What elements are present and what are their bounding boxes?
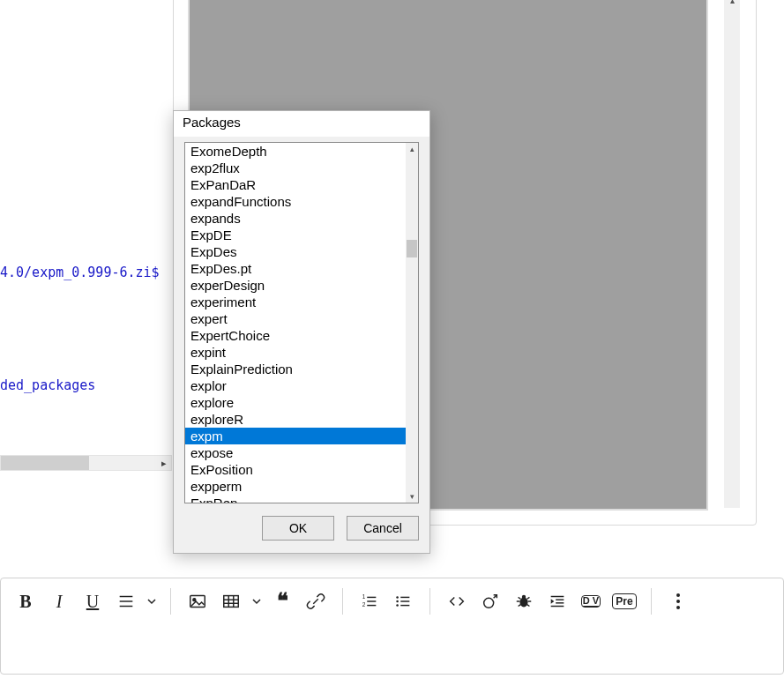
debug-button[interactable]: [508, 585, 540, 617]
cancel-button[interactable]: Cancel: [347, 516, 419, 541]
package-item[interactable]: ExPanDaR: [185, 176, 406, 193]
toolbar-separator: [342, 588, 343, 615]
package-item[interactable]: ExpertChoice: [185, 327, 406, 344]
chevron-down-icon: [146, 596, 157, 607]
italic-button[interactable]: I: [43, 585, 75, 617]
bug-icon: [514, 592, 534, 611]
svg-line-26: [519, 597, 521, 599]
svg-text:1: 1: [362, 593, 366, 600]
console-horizontal-scrollbar[interactable]: ▸: [0, 455, 172, 471]
chevron-down-icon: [251, 596, 262, 607]
editor-area: B I U ❝: [0, 578, 784, 675]
export-code-button[interactable]: [474, 585, 506, 617]
unordered-list-icon: [393, 592, 413, 611]
quote-icon: ❝: [277, 589, 288, 614]
kebab-icon: [676, 593, 680, 609]
svg-point-23: [522, 595, 526, 599]
ordered-list-icon: 12: [360, 592, 379, 611]
editor-toolbar: B I U ❝: [1, 578, 783, 624]
package-item[interactable]: expint: [185, 344, 406, 361]
table-icon: [221, 592, 241, 611]
package-item[interactable]: ExpDes.pt: [185, 260, 406, 277]
console-line: ded_packages: [0, 377, 172, 393]
package-item[interactable]: expert: [185, 310, 406, 327]
package-item[interactable]: experiment: [185, 294, 406, 310]
toolbar-separator: [651, 588, 652, 615]
align-icon: [116, 592, 136, 611]
toolbar-separator: [429, 588, 430, 615]
svg-line-27: [527, 597, 530, 599]
pre-icon: Pre: [612, 593, 636, 609]
package-item[interactable]: expands: [185, 210, 406, 227]
dialog-button-row: OK Cancel: [174, 503, 429, 553]
bold-icon: B: [19, 592, 31, 612]
blockquote-button[interactable]: ❝: [266, 585, 298, 617]
package-item[interactable]: explore: [185, 394, 406, 411]
dv-icon: D V: [581, 595, 601, 608]
export-code-icon: [481, 592, 500, 611]
packages-dialog: Packages ExomeDepthexp2fluxExPanDaRexpan…: [173, 110, 430, 554]
dialog-title: Packages: [174, 111, 429, 137]
package-item[interactable]: ExpDE: [185, 227, 406, 243]
table-menu-chevron[interactable]: [249, 596, 265, 607]
svg-point-4: [193, 599, 196, 601]
indent-button[interactable]: [541, 585, 573, 617]
svg-line-29: [527, 605, 530, 607]
package-item[interactable]: ExPosition: [185, 461, 406, 478]
console-line: 4.0/expm_0.999-6.zi$: [0, 265, 172, 280]
package-item[interactable]: expandFunctions: [185, 193, 406, 210]
scroll-up-icon: ▴: [724, 0, 740, 8]
unordered-list-button[interactable]: [387, 585, 419, 617]
package-item[interactable]: ExplainPrediction: [185, 361, 406, 377]
package-item[interactable]: ExpRep: [185, 495, 406, 503]
italic-icon: I: [56, 592, 63, 612]
underline-button[interactable]: U: [77, 585, 108, 617]
svg-line-28: [519, 605, 521, 607]
svg-point-17: [396, 604, 399, 607]
svg-point-21: [484, 598, 494, 608]
listbox-scrollbar[interactable]: ▴ ▾: [406, 143, 418, 503]
indent-icon: [548, 592, 567, 611]
table-button[interactable]: [215, 585, 247, 617]
underline-icon: U: [86, 592, 99, 612]
svg-rect-5: [224, 596, 239, 608]
scrollbar-thumb[interactable]: [1, 456, 89, 470]
package-item[interactable]: exp2flux: [185, 160, 406, 176]
package-item[interactable]: expm: [185, 428, 406, 444]
preformatted-button[interactable]: Pre: [609, 585, 640, 617]
link-icon: [306, 592, 325, 611]
ordered-list-button[interactable]: 12: [354, 585, 385, 617]
link-button[interactable]: [300, 585, 332, 617]
console-fragment: 4.0/expm_0.999-6.zi$ ded_packages: [0, 265, 172, 393]
scroll-right-icon: ▸: [157, 458, 171, 469]
packages-listbox[interactable]: ExomeDepthexp2fluxExPanDaRexpandFunction…: [185, 143, 406, 503]
package-item[interactable]: ExomeDepth: [185, 143, 406, 160]
code-icon: [447, 592, 467, 611]
align-button[interactable]: [110, 585, 142, 617]
more-options-button[interactable]: [662, 585, 694, 617]
package-item[interactable]: expose: [185, 444, 406, 461]
svg-text:2: 2: [362, 601, 366, 608]
panel-vertical-scrollbar[interactable]: ▴: [724, 0, 740, 508]
toolbar-separator: [170, 588, 171, 615]
dv-button[interactable]: D V: [575, 585, 607, 617]
ok-button[interactable]: OK: [262, 516, 334, 541]
image-icon: [188, 592, 207, 611]
package-item[interactable]: exploreR: [185, 411, 406, 428]
code-button[interactable]: [441, 585, 473, 617]
scrollbar-thumb[interactable]: [407, 240, 417, 257]
bold-button[interactable]: B: [10, 585, 41, 617]
svg-point-16: [396, 600, 399, 603]
package-item[interactable]: ExpDes: [185, 243, 406, 260]
align-menu-chevron[interactable]: [144, 596, 160, 607]
svg-point-15: [396, 596, 399, 599]
package-item[interactable]: explor: [185, 377, 406, 394]
scroll-down-icon: ▾: [406, 490, 418, 503]
image-button[interactable]: [182, 585, 213, 617]
scroll-up-icon: ▴: [406, 143, 418, 155]
package-item[interactable]: expperm: [185, 478, 406, 495]
package-item[interactable]: experDesign: [185, 277, 406, 294]
packages-listbox-frame: ExomeDepthexp2fluxExPanDaRexpandFunction…: [184, 142, 419, 503]
